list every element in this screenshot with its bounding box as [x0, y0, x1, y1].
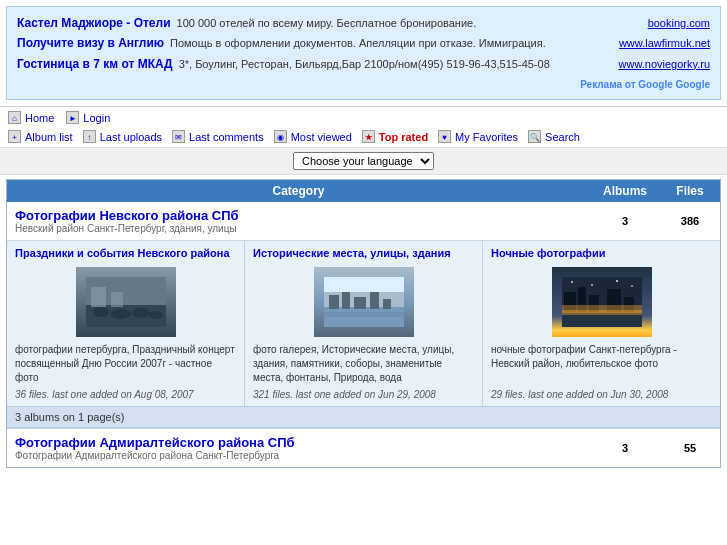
fav-icon: ♥ [438, 130, 451, 143]
ad-google-label: Реклама от Google Google [17, 76, 710, 93]
category-row-1: Фотографии Невского района СПб Невский р… [7, 202, 720, 429]
ad-link-3[interactable]: www.noviegorky.ru [619, 55, 711, 74]
svg-rect-13 [370, 292, 379, 309]
header-category: Category [7, 180, 590, 202]
album-thumb-1 [76, 267, 176, 337]
album-thumb-2 [314, 267, 414, 337]
cat-subtitle-1: Невский район Санкт-Петербург, здания, у… [15, 223, 582, 234]
nav-last-comments[interactable]: ✉ Last comments [172, 130, 264, 143]
ad-desc-1: 100 000 отелей по всему миру. Бесплатное… [177, 14, 477, 33]
star-icon: ★ [362, 130, 375, 143]
nav-most-viewed[interactable]: ◉ Most viewed [274, 130, 352, 143]
nav-album-list[interactable]: + Album list [8, 130, 73, 143]
album-title-3[interactable]: Ночные фотографии [491, 247, 712, 259]
album-desc-3: ночные фотографии Санкт-петербурга - Нев… [491, 343, 712, 385]
ad-row-1: Кастел Маджиоре - Отели 100 000 отелей п… [17, 13, 710, 33]
svg-point-6 [132, 308, 150, 318]
cat2-col: Фотографии Адмиралтейского района СПб Фо… [7, 429, 590, 467]
ad-title-2: Получите визу в Англию [17, 33, 164, 53]
language-select[interactable]: Choose your language [293, 152, 434, 170]
cat-title-link-2[interactable]: Фотографии Адмиралтейского района СПб [15, 435, 295, 450]
album-thumb-3 [552, 267, 652, 337]
album-meta-3: 29 files. last one added on Jun 30, 2008 [491, 389, 712, 400]
svg-point-29 [631, 285, 633, 287]
view-icon: ◉ [274, 130, 287, 143]
table-header: Category Albums Files [7, 180, 720, 202]
ad-banner: Кастел Маджиоре - Отели 100 000 отелей п… [6, 6, 721, 100]
comment-icon: ✉ [172, 130, 185, 143]
svg-point-5 [111, 309, 131, 319]
albums-count-1: 3 albums on 1 page(s) [7, 407, 720, 428]
nav-top: ⌂ Home ► Login [0, 106, 727, 128]
ad-link-1[interactable]: booking.com [648, 14, 710, 33]
home-icon: ⌂ [8, 111, 21, 124]
thumb-img-3 [552, 267, 652, 337]
album-meta-2: 321 files. last one added on Jun 29, 200… [253, 389, 474, 400]
nav-bottom: + Album list ↑ Last uploads ✉ Last comme… [0, 128, 727, 147]
svg-rect-25 [562, 310, 642, 315]
nav-login[interactable]: ► Login [66, 111, 110, 124]
svg-rect-15 [324, 277, 404, 292]
nav-my-favorites[interactable]: ♥ My Favorites [438, 130, 518, 143]
ad-desc-3: 3*, Боулинг, Ресторан, Бильярд,Бар 2100р… [179, 55, 550, 74]
svg-point-27 [591, 284, 593, 286]
nav-last-uploads[interactable]: ↑ Last uploads [83, 130, 162, 143]
nav-search[interactable]: 🔍 Search [528, 130, 580, 143]
album-title-1[interactable]: Праздники и события Невского района [15, 247, 236, 259]
ad-row-2: Получите визу в Англию Помощь в оформлен… [17, 33, 710, 53]
album-icon: + [8, 130, 21, 143]
album-desc-1: фотографии петербурга, Праздничный конце… [15, 343, 236, 385]
ad-desc-2: Помощь в оформлении документов. Апелляци… [170, 34, 546, 53]
ad-link-2[interactable]: www.lawfirmuk.net [619, 34, 710, 53]
svg-rect-3 [111, 292, 123, 307]
main-table: Category Albums Files Фотографии Невског… [6, 179, 721, 468]
cat2-files: 55 [660, 436, 720, 460]
upload-icon: ↑ [83, 130, 96, 143]
svg-rect-14 [383, 299, 391, 309]
cat-title-link-1[interactable]: Фотографии Невского района СПб [15, 208, 239, 223]
cat-files-1: 386 [660, 209, 720, 233]
cat-albums-1: 3 [590, 209, 660, 233]
svg-point-26 [571, 281, 573, 283]
header-files: Files [660, 180, 720, 202]
search-icon: 🔍 [528, 130, 541, 143]
album-item-2: Исторические места, улицы, здания [245, 241, 483, 406]
album-desc-2: фото галерея, Исторические места, улицы,… [253, 343, 474, 385]
ad-title-1: Кастел Маджиоре - Отели [17, 13, 171, 33]
album-meta-1: 36 files. last one added on Aug 08, 2007 [15, 389, 236, 400]
album-title-2[interactable]: Исторические места, улицы, здания [253, 247, 474, 259]
ad-title-3: Гостиница в 7 км от МКАД [17, 54, 173, 74]
ad-row-3: Гостиница в 7 км от МКАД 3*, Боулинг, Ре… [17, 54, 710, 74]
album-item-3: Ночные фотографии [483, 241, 720, 406]
cat2-albums: 3 [590, 436, 660, 460]
cat-title-row-1: Фотографии Невского района СПб Невский р… [7, 202, 720, 241]
svg-rect-16 [324, 312, 404, 317]
login-icon: ► [66, 111, 79, 124]
svg-point-28 [616, 280, 618, 282]
nav-top-rated[interactable]: ★ Top rated [362, 130, 428, 143]
svg-point-7 [149, 311, 163, 319]
header-albums: Albums [590, 180, 660, 202]
albums-grid-1: Праздники и события Невского района [7, 241, 720, 407]
language-bar: Choose your language [0, 147, 727, 175]
cat2-subtitle: Фотографии Адмиралтейского района Санкт-… [15, 450, 582, 461]
cat-col-1: Фотографии Невского района СПб Невский р… [7, 202, 590, 240]
thumb-img-2 [314, 267, 414, 337]
svg-rect-12 [354, 297, 366, 309]
thumb-img-1 [76, 267, 176, 337]
nav-home[interactable]: ⌂ Home [8, 111, 54, 124]
svg-point-4 [93, 307, 109, 317]
category-row-2: Фотографии Адмиралтейского района СПб Фо… [7, 429, 720, 467]
svg-rect-2 [91, 287, 106, 307]
svg-rect-10 [329, 295, 339, 309]
album-item-1: Праздники и события Невского района [7, 241, 245, 406]
